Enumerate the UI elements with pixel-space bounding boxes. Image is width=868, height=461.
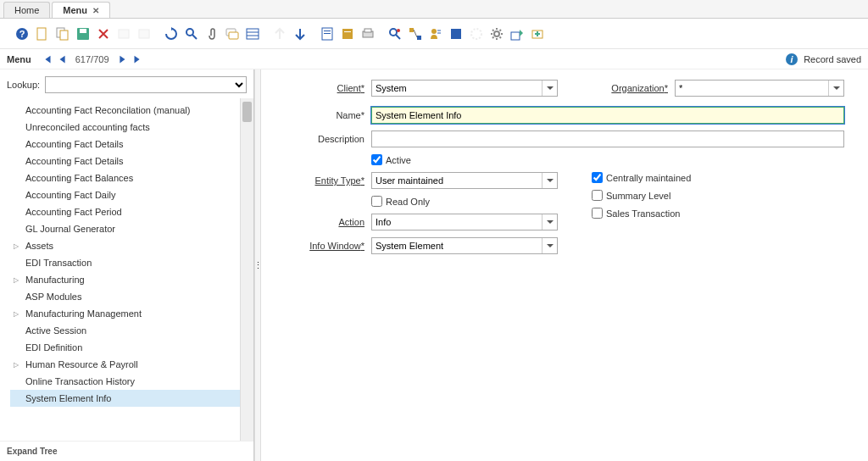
chevron-down-icon[interactable] — [542, 81, 557, 96]
read-only-checkbox-input[interactable] — [371, 196, 382, 207]
description-field[interactable] — [371, 131, 844, 147]
tree-item[interactable]: Human Resource & Payroll — [10, 356, 250, 373]
last-record-icon[interactable] — [130, 52, 145, 67]
scrollbar-thumb[interactable] — [242, 102, 252, 122]
tree-item[interactable]: Manufacturing Management — [10, 305, 250, 322]
chevron-down-icon[interactable] — [542, 173, 557, 188]
next-record-icon[interactable] — [114, 52, 130, 67]
action-label[interactable]: Action — [278, 217, 371, 227]
read-only-checkbox-label: Read Only — [386, 197, 430, 207]
svg-rect-29 — [451, 29, 461, 39]
tree-item[interactable]: ASP Modules — [10, 288, 250, 305]
request-icon[interactable] — [427, 25, 444, 42]
tree-item[interactable]: System Element Info — [10, 390, 250, 407]
action-input[interactable] — [372, 217, 542, 227]
sales-transaction-checkbox-label: Sales Transaction — [606, 208, 680, 219]
svg-rect-12 — [229, 32, 238, 39]
gear-icon[interactable] — [488, 25, 505, 42]
sales-transaction-checkbox[interactable]: Sales Transaction — [592, 208, 680, 219]
splitter-handle[interactable]: ⋮ — [254, 69, 261, 461]
report-icon[interactable] — [319, 25, 336, 42]
tab-menu[interactable]: Menu ✕ — [52, 2, 110, 18]
entity-type-label[interactable]: Entity Type — [278, 175, 371, 186]
centrally-maintained-checkbox[interactable]: Centrally maintained — [592, 172, 691, 183]
chat-icon[interactable] — [224, 25, 241, 42]
tree-scrollbar[interactable] — [240, 98, 253, 441]
organization-input[interactable] — [676, 83, 828, 93]
detail-record-icon[interactable] — [292, 25, 309, 42]
zoom-across-icon[interactable] — [387, 25, 403, 42]
tree-item[interactable]: Accounting Fact Details — [10, 153, 250, 169]
tree-item[interactable]: Accounting Fact Balances — [10, 169, 250, 186]
close-icon[interactable]: ✕ — [92, 6, 99, 15]
tab-home[interactable]: Home — [3, 2, 50, 18]
tree-item[interactable]: Accounting Fact Reconcilation (manual) — [10, 102, 250, 119]
active-checkbox-input[interactable] — [371, 154, 382, 165]
organization-label[interactable]: Organization — [598, 83, 675, 93]
chevron-down-icon[interactable] — [542, 238, 557, 253]
expand-tree-link[interactable]: Expand Tree — [0, 441, 253, 461]
centrally-maintained-checkbox-input[interactable] — [592, 172, 603, 183]
client-field[interactable] — [371, 80, 558, 97]
print-icon[interactable] — [359, 25, 376, 42]
chevron-down-icon[interactable] — [828, 81, 843, 96]
chevron-down-icon[interactable] — [542, 214, 557, 230]
svg-rect-19 — [342, 29, 353, 39]
record-nav: Menu 617/709 i Record saved — [0, 49, 868, 69]
client-label[interactable]: Client — [278, 83, 371, 93]
new-icon[interactable] — [34, 25, 51, 42]
client-input[interactable] — [372, 83, 542, 93]
first-record-icon[interactable] — [40, 52, 55, 67]
tree-item[interactable]: Assets — [10, 237, 250, 254]
tree-item[interactable]: EDI Definition — [10, 339, 250, 356]
tree-item[interactable]: Online Transaction History — [10, 373, 250, 390]
undo-icon — [115, 25, 132, 42]
tab-bar: Home Menu ✕ — [0, 0, 868, 19]
status-message: Record saved — [804, 54, 861, 64]
parent-record-icon — [271, 25, 288, 42]
name-label: Name — [278, 110, 371, 120]
refresh-icon[interactable] — [163, 25, 180, 42]
lookup-select[interactable] — [45, 76, 247, 93]
sales-transaction-checkbox-input[interactable] — [592, 208, 603, 219]
organization-field[interactable] — [675, 80, 844, 97]
tree-item[interactable]: GL Journal Generator — [10, 220, 250, 237]
entity-type-input[interactable] — [372, 175, 542, 186]
action-field[interactable] — [371, 214, 558, 230]
tree-item[interactable]: Manufacturing — [10, 271, 250, 288]
name-field[interactable] — [371, 107, 844, 124]
help-icon[interactable]: ? — [14, 25, 31, 42]
tab-home-label: Home — [14, 5, 39, 15]
active-checkbox[interactable]: Active — [371, 154, 411, 165]
svg-point-9 — [186, 29, 193, 36]
prev-record-icon[interactable] — [55, 52, 70, 67]
entity-type-field[interactable] — [371, 172, 558, 189]
tree-item[interactable]: Active Session — [10, 322, 250, 339]
tree-item[interactable]: Unreconciled accounting facts — [10, 119, 250, 136]
info-window-input[interactable] — [372, 241, 542, 251]
summary-level-checkbox[interactable]: Summary Level — [592, 190, 670, 201]
description-label: Description — [278, 134, 371, 144]
delete-icon[interactable] — [95, 25, 112, 42]
tree-item[interactable]: EDI Transaction — [10, 254, 250, 271]
find-icon[interactable] — [183, 25, 200, 42]
save-icon[interactable] — [75, 25, 92, 42]
ignore-icon — [136, 25, 153, 42]
import-icon[interactable] — [529, 25, 546, 42]
grid-toggle-icon[interactable] — [244, 25, 261, 42]
workflow-icon[interactable] — [407, 25, 424, 42]
info-window-field[interactable] — [371, 237, 558, 254]
archive-icon[interactable] — [339, 25, 356, 42]
product-info-icon[interactable] — [448, 25, 465, 42]
export-icon[interactable] — [509, 25, 526, 42]
summary-level-checkbox-input[interactable] — [592, 190, 603, 201]
svg-text:?: ? — [19, 29, 25, 39]
copy-icon[interactable] — [54, 25, 71, 42]
tree-item[interactable]: Accounting Fact Details — [10, 136, 250, 153]
read-only-checkbox[interactable]: Read Only — [371, 196, 430, 207]
attachment-icon[interactable] — [203, 25, 220, 42]
tree-item[interactable]: Accounting Fact Period — [10, 203, 250, 220]
svg-rect-22 — [364, 29, 371, 32]
info-window-label[interactable]: Info Window — [278, 241, 371, 251]
tree-item[interactable]: Accounting Fact Daily — [10, 186, 250, 203]
